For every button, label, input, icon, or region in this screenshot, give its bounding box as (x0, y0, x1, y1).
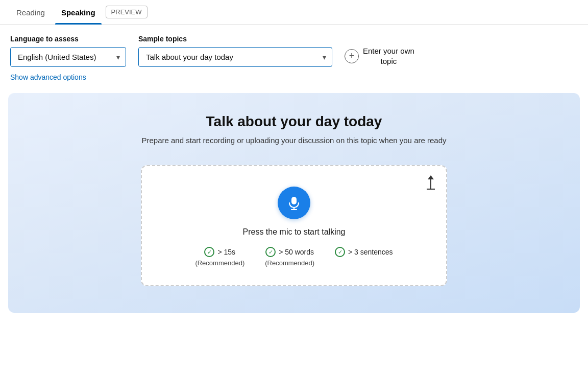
requirements-row: ✓ > 15s (Recommended) ✓ > 50 words (Reco… (195, 247, 393, 267)
mic-icon (286, 195, 302, 211)
upload-arrow-bar (427, 189, 435, 190)
recording-box: Press the mic to start talking ✓ > 15s (… (141, 165, 447, 286)
tab-speaking[interactable]: Speaking (55, 0, 102, 24)
req-time-sub: (Recommended) (195, 259, 244, 267)
topic-subtitle: Prepare and start recording or uploading… (141, 136, 446, 145)
sample-topics-select[interactable]: Talk about your day todayDescribe your f… (138, 47, 332, 67)
sample-topics-select-wrapper: Talk about your day todayDescribe your f… (138, 47, 332, 67)
enter-topic-text: Enter your owntopic (363, 46, 414, 66)
sample-topics-control-group: Sample topics Talk about your day todayD… (138, 35, 332, 67)
press-mic-text: Press the mic to start talking (243, 227, 346, 237)
language-control-group: Language to assess English (United State… (10, 35, 126, 67)
controls-area: Language to assess English (United State… (0, 25, 588, 87)
upload-arrow-line (430, 179, 431, 189)
req-words-top: ✓ > 50 words (265, 247, 314, 257)
preview-badge: PREVIEW (106, 6, 148, 18)
check-icon-words: ✓ (265, 247, 276, 257)
req-sentences-label: > 3 sentences (348, 248, 393, 256)
mic-button[interactable] (278, 187, 310, 219)
svg-rect-0 (291, 197, 297, 204)
enter-own-topic-button[interactable]: + Enter your owntopic (345, 46, 414, 67)
tab-bar: Reading Speaking PREVIEW (0, 0, 588, 25)
requirement-time: ✓ > 15s (Recommended) (195, 247, 244, 267)
upload-arrow-graphic (427, 175, 435, 190)
upload-arrow-head (428, 175, 434, 179)
check-icon-sentences: ✓ (335, 247, 345, 257)
advanced-options-link[interactable]: Show advanced options (10, 73, 86, 81)
controls-row: Language to assess English (United State… (10, 35, 578, 67)
req-sentences-top: ✓ > 3 sentences (335, 247, 393, 257)
req-time-top: ✓ > 15s (204, 247, 235, 257)
req-words-label: > 50 words (279, 248, 314, 256)
req-time-label: > 15s (217, 248, 235, 256)
language-select[interactable]: English (United States)English (United K… (10, 47, 126, 67)
topic-title: Talk about your day today (206, 113, 382, 130)
main-card: Talk about your day today Prepare and st… (8, 93, 580, 313)
check-icon-time: ✓ (204, 247, 214, 257)
enter-topic-plus-icon: + (345, 49, 359, 63)
upload-icon[interactable] (427, 175, 435, 190)
req-words-sub: (Recommended) (265, 259, 314, 267)
requirement-words: ✓ > 50 words (Recommended) (265, 247, 314, 267)
requirement-sentences: ✓ > 3 sentences (335, 247, 393, 259)
sample-topics-label: Sample topics (138, 35, 332, 43)
language-select-wrapper: English (United States)English (United K… (10, 47, 126, 67)
tab-reading[interactable]: Reading (10, 0, 51, 24)
language-label: Language to assess (10, 35, 126, 43)
